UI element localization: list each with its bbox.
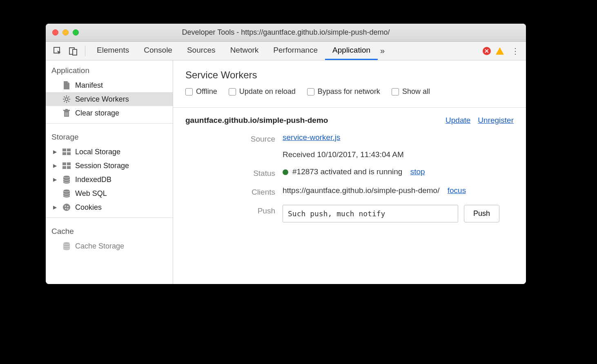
disclosure-triangle-icon[interactable]: ▶ xyxy=(53,163,58,169)
svg-rect-22 xyxy=(62,162,66,165)
sidebar-item-service-workers[interactable]: ▶ Service Workers xyxy=(46,92,173,106)
sw-detail-grid: Source service-worker.js Received 10/10/… xyxy=(206,133,514,222)
devtools-toolbar: Elements Console Sources Network Perform… xyxy=(46,42,526,60)
checkbox-icon xyxy=(392,88,399,95)
table-icon xyxy=(62,161,71,170)
sidebar-item-label: Web SQL xyxy=(75,189,107,198)
tab-network[interactable]: Network xyxy=(223,42,266,60)
svg-rect-23 xyxy=(67,162,71,165)
application-sidebar: Application ▶ Manifest ▶ Service Workers… xyxy=(46,60,173,284)
svg-point-32 xyxy=(67,206,69,207)
svg-rect-18 xyxy=(62,149,66,151)
titlebar: Developer Tools - https://gauntface.gith… xyxy=(46,24,526,42)
disclosure-triangle-icon[interactable]: ▶ xyxy=(53,149,58,155)
sw-client-url: https://gauntface.github.io/simple-push-… xyxy=(283,186,439,195)
sidebar-item-label: Service Workers xyxy=(75,95,129,104)
sidebar-item-label: Manifest xyxy=(75,81,103,90)
sw-focus-link[interactable]: focus xyxy=(448,186,466,195)
checkbox-label: Bypass for network xyxy=(318,87,380,96)
sidebar-item-indexeddb[interactable]: ▶ IndexedDB xyxy=(46,173,173,186)
sw-push-button[interactable]: Push xyxy=(464,205,499,222)
svg-line-11 xyxy=(68,97,69,98)
checkbox-bypass-for-network[interactable]: Bypass for network xyxy=(307,87,380,96)
sw-received-text: Received 10/10/2017, 11:43:04 AM xyxy=(283,150,514,159)
checkbox-icon xyxy=(185,88,193,95)
gear-icon xyxy=(62,95,71,104)
sw-update-link[interactable]: Update xyxy=(446,116,470,125)
sw-title-row: gauntface.github.io/simple-push-demo Upd… xyxy=(185,116,514,133)
tab-sources[interactable]: Sources xyxy=(180,42,223,60)
traffic-lights xyxy=(46,29,79,36)
minimize-window-button[interactable] xyxy=(62,29,69,36)
sw-push-input[interactable] xyxy=(283,205,458,222)
status-running-icon xyxy=(283,169,288,175)
disclosure-triangle-icon[interactable]: ▶ xyxy=(53,204,58,210)
checkbox-show-all[interactable]: Show all xyxy=(392,87,430,96)
sidebar-item-label: IndexedDB xyxy=(75,175,111,184)
sidebar-item-label: Local Storage xyxy=(75,148,120,156)
panel-body: Application ▶ Manifest ▶ Service Workers… xyxy=(46,60,526,284)
sw-title-actions: Update Unregister xyxy=(446,116,514,125)
sidebar-item-clear-storage[interactable]: ▶ Clear storage xyxy=(46,106,173,120)
svg-rect-13 xyxy=(63,110,70,111)
sidebar-item-cache-storage[interactable]: ▶ Cache Storage xyxy=(46,239,173,253)
errors-badge-icon[interactable]: ✕ xyxy=(483,47,491,55)
sw-clients-value: https://gauntface.github.io/simple-push-… xyxy=(283,186,514,195)
main-header: Service Workers Offline Update on reload… xyxy=(173,60,526,107)
sw-origin: gauntface.github.io/simple-push-demo xyxy=(185,116,328,125)
sidebar-group-storage: Storage xyxy=(46,127,173,145)
more-tabs-button[interactable]: » xyxy=(378,46,387,55)
toolbar-divider xyxy=(85,46,85,56)
sidebar-item-web-sql[interactable]: ▶ Web SQL xyxy=(46,186,173,200)
checkbox-update-on-reload[interactable]: Update on reload xyxy=(229,87,296,96)
sidebar-item-label: Session Storage xyxy=(75,162,129,170)
database-icon xyxy=(62,189,71,198)
tab-application[interactable]: Application xyxy=(325,42,378,60)
checkbox-label: Show all xyxy=(402,87,430,96)
sw-options-row: Offline Update on reload Bypass for netw… xyxy=(185,87,514,103)
panel-tabs: Elements Console Sources Network Perform… xyxy=(89,42,378,60)
sw-registration: gauntface.github.io/simple-push-demo Upd… xyxy=(173,108,526,231)
main-panel: Service Workers Offline Update on reload… xyxy=(173,60,526,284)
sw-unregister-link[interactable]: Unregister xyxy=(478,116,514,125)
tab-performance[interactable]: Performance xyxy=(266,42,325,60)
table-icon xyxy=(62,147,71,156)
tab-elements[interactable]: Elements xyxy=(89,42,136,60)
checkbox-offline[interactable]: Offline xyxy=(185,87,217,96)
settings-menu-icon[interactable]: ⋮ xyxy=(509,46,522,56)
zoom-window-button[interactable] xyxy=(73,29,79,36)
sidebar-item-manifest[interactable]: ▶ Manifest xyxy=(46,78,173,92)
svg-rect-14 xyxy=(65,109,68,110)
svg-rect-21 xyxy=(67,152,71,155)
sidebar-item-session-storage[interactable]: ▶ Session Storage xyxy=(46,159,173,173)
sidebar-divider xyxy=(46,123,173,124)
tab-console[interactable]: Console xyxy=(136,42,180,60)
svg-point-33 xyxy=(65,208,67,209)
svg-line-10 xyxy=(64,101,65,102)
svg-rect-20 xyxy=(62,152,66,155)
database-icon xyxy=(62,175,71,184)
svg-point-3 xyxy=(65,98,68,101)
devtools-window: Developer Tools - https://gauntface.gith… xyxy=(46,24,526,284)
sw-source-value: service-worker.js Received 10/10/2017, 1… xyxy=(283,133,514,159)
file-icon xyxy=(62,81,71,90)
device-toggle-icon[interactable] xyxy=(67,45,79,57)
sw-stop-link[interactable]: stop xyxy=(410,167,425,176)
sidebar-item-cookies[interactable]: ▶ Cookies xyxy=(46,200,173,214)
sidebar-item-label: Cookies xyxy=(75,203,102,212)
close-window-button[interactable] xyxy=(52,29,58,36)
sidebar-item-label: Cache Storage xyxy=(75,242,124,251)
sw-status-text: #12873 activated and is running xyxy=(292,167,402,176)
sw-source-link[interactable]: service-worker.js xyxy=(283,133,340,142)
warnings-badge-icon[interactable] xyxy=(496,47,504,55)
sw-status-value: #12873 activated and is running stop xyxy=(283,167,514,176)
cookie-icon xyxy=(62,203,71,212)
checkbox-icon xyxy=(229,88,236,95)
panel-title: Service Workers xyxy=(185,69,514,81)
trash-icon xyxy=(62,109,71,118)
svg-point-34 xyxy=(67,209,69,210)
sidebar-item-local-storage[interactable]: ▶ Local Storage xyxy=(46,145,173,159)
inspect-element-icon[interactable] xyxy=(51,45,64,57)
svg-point-30 xyxy=(63,204,70,211)
disclosure-triangle-icon[interactable]: ▶ xyxy=(53,177,58,182)
